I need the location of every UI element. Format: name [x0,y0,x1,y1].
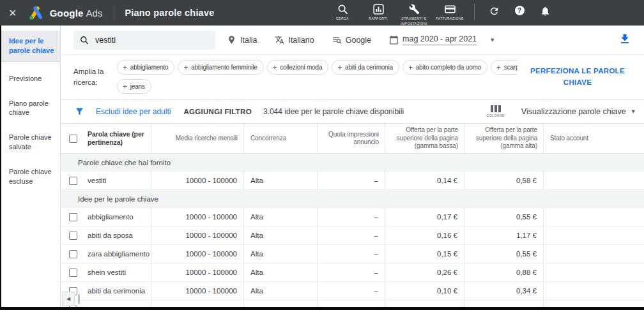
brand-ads: Ads [86,8,103,18]
sidebar-item[interactable]: Parole chiave escluse [1,161,60,192]
top-of-page-bid-low-cell: 0,15 € [385,245,464,263]
account-status-cell [544,172,644,189]
keyword-chip[interactable]: +abbigliamento femminile [178,60,263,75]
keyword-row: zara abbigliamento10000 - 100000Alta–0,1… [61,245,644,263]
ad-impression-share-cell: – [318,282,385,300]
checkbox-cell [61,172,88,189]
select-all-checkbox[interactable] [69,135,77,143]
download-icon [618,33,631,45]
keyword-chip[interactable]: +scarpe [491,60,518,75]
keyword-chip[interactable]: +jeans [117,79,151,94]
top-of-page-bid-high-cell: 0,34 € [464,282,544,300]
refine-keywords-button[interactable]: PERFEZIONA LE PAROLE CHIAVE [521,66,634,88]
broaden-search-label: Amplia la ricerca: [73,66,109,87]
refresh-button[interactable] [481,4,507,17]
keyword-row: zara vestiti10000 - 100000Alta–0,16 €0,5… [61,300,644,307]
keyword-cell: abiti da cerimonia [88,282,151,300]
top-of-page-bid-low-cell: 0,10 € [385,282,464,300]
keyword-cell: abiti da sposa [88,226,151,244]
sidebar-item[interactable]: Previsione [1,68,60,89]
ad-impression-share-cell: – [318,300,385,307]
checkbox-cell [61,208,88,226]
header-top-of-page-bid-low[interactable]: Offerta per la parte superiore della pag… [385,124,464,153]
ad-impression-share-cell: – [318,263,385,281]
exclude-adult-ideas-link[interactable]: Escludi idee per adulti [96,107,171,116]
main-content: vestiti Italia Italiano [61,26,644,307]
row-checkbox[interactable] [69,232,77,240]
filter-icon[interactable] [75,107,84,116]
row-checkbox[interactable] [69,250,77,258]
header-ad-impression-share[interactable]: Quota impressioni annuncio [318,124,385,153]
header-keyword[interactable]: Parola chiave (per pertinenza) [88,124,151,153]
plus-icon: + [123,82,127,91]
network-selector[interactable]: Google [332,35,371,45]
reports-nav-button[interactable]: RAPPORTI [360,4,396,22]
add-filter-button[interactable]: AGGIUNGI FILTRO [183,108,252,115]
row-checkbox[interactable] [69,177,77,185]
location-selector[interactable]: Italia [227,35,257,45]
chip-label: abito completo da uomo [416,64,481,71]
billing-nav-button[interactable]: FATTURAZIONE [432,4,468,22]
chevron-down-icon: ▼ [632,109,635,114]
header-competition[interactable]: Concorrenza [244,124,318,153]
keyword-search-input[interactable]: vestiti [73,31,215,50]
network-value: Google [346,36,371,45]
chip-label: abbigliamento [130,64,169,71]
scroll-left-button[interactable]: ◀ [62,292,75,306]
top-of-page-bid-high-cell: 0,88 € [464,263,544,281]
sidebar: Idee per le parole chiavePrevisionePiano… [1,26,61,307]
header-account-status[interactable]: Stato account [544,124,644,153]
top-of-page-bid-high-cell: 0,55 € [464,208,544,226]
account-status-cell [544,263,644,281]
row-checkbox[interactable] [69,269,77,277]
top-of-page-bid-high-cell: 0,58 € [464,172,544,189]
header-avg-monthly-searches[interactable]: Media ricerche mensili [151,124,244,153]
help-icon: ? [515,6,525,15]
language-value: Italiano [288,36,314,45]
top-of-page-bid-high-cell: 0,57 € [464,300,544,307]
search-network-icon [332,35,342,45]
window-edge [0,307,644,310]
competition-cell: Alta [244,282,318,300]
scrollbar-thumb[interactable] [78,294,80,304]
keyword-chip[interactable]: +abiti da cerimonia [332,60,399,75]
chip-label: abbigliamento femminile [191,64,257,71]
search-nav-button[interactable]: CERCA [325,4,360,22]
competition-cell: Alta [244,226,318,244]
download-button[interactable] [618,33,634,48]
sidebar-item[interactable]: Piano parole chiave [1,93,60,124]
search-icon [337,4,348,15]
topbar: × Google Ads Piano parole chiave CERCA [0,0,644,26]
keyword-chip[interactable]: +abbigliamento [117,60,174,75]
table-section-row: Idee per le parole chiave [61,190,644,208]
tools-settings-nav-button[interactable]: STRUMENTI E IMPOSTAZIONI [396,4,432,26]
notifications-button[interactable] [532,4,558,17]
row-checkbox[interactable] [69,213,77,221]
search-query: vestiti [95,36,116,45]
view-selector-dropdown[interactable]: Visualizzazione parole chiave ▼ [521,107,635,116]
calendar-icon [389,35,399,45]
chip-label: collezioni moda [280,64,322,71]
account-status-cell [544,208,644,226]
sidebar-item[interactable]: Idee per le parole chiave [1,31,60,62]
keyword-cell: vestiti [88,172,151,189]
account-status-cell [544,245,644,263]
date-range-selector[interactable]: mag 2020 - apr 2021 ▼ [389,34,494,45]
top-of-page-bid-low-cell: 0,16 € [385,226,464,244]
keyword-row: vestiti10000 - 100000Alta–0,14 €0,58 € [61,172,644,190]
sidebar-item[interactable]: Parole chiave salvate [1,127,60,158]
plus-icon: + [183,63,188,72]
keyword-chip[interactable]: +abito completo da uomo [402,60,487,75]
close-icon[interactable]: × [9,6,17,19]
columns-button[interactable]: COLONNE [487,105,505,117]
header-top-of-page-bid-high[interactable]: Offerta per la parte superiore della pag… [464,124,544,153]
competition-cell: Alta [244,208,318,226]
keyword-row: abiti da sposa10000 - 100000Alta–0,16 €1… [61,226,644,245]
help-button[interactable]: ? [507,4,532,15]
keyword-row: abbigliamento10000 - 100000Alta–0,17 €0,… [61,208,644,226]
competition-cell: Alta [244,172,318,189]
plus-icon: + [123,63,127,72]
keyword-chip[interactable]: +collezioni moda [267,60,329,75]
plus-icon: + [496,63,501,72]
language-selector[interactable]: Italiano [275,35,314,45]
